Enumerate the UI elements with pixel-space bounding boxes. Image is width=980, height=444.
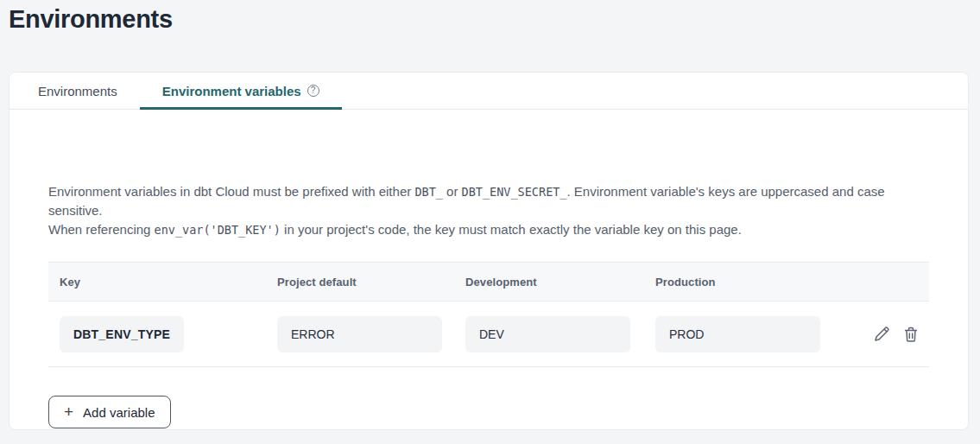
project-default-value: ERROR (277, 316, 442, 352)
description-part: Environment variables in dbt Cloud must … (48, 184, 414, 199)
tab-environments[interactable]: Environments (16, 73, 140, 109)
development-value: DEV (465, 316, 630, 352)
add-variable-button[interactable]: + Add variable (48, 396, 171, 428)
tab-environments-label: Environments (38, 84, 117, 98)
pencil-icon (873, 326, 890, 343)
trash-icon (903, 326, 919, 343)
code-env-var-example: env_var('DBT_KEY') (155, 223, 281, 237)
tab-environment-variables-label: Environment variables (162, 84, 301, 98)
tab-bar: Environments Environment variables ? (9, 73, 968, 110)
cell-project-default: ERROR (266, 316, 454, 352)
environment-variables-card: Environments Environment variables ? Env… (9, 72, 969, 430)
column-header-key: Key (48, 276, 266, 289)
variable-key-badge: DBT_ENV_TYPE (60, 316, 184, 352)
plus-icon: + (64, 403, 73, 420)
description-part: or (443, 184, 462, 199)
production-value: PROD (655, 316, 820, 352)
delete-variable-button[interactable] (903, 326, 919, 343)
code-dbt-env-secret-prefix: DBT_ENV_SECRET_ (462, 185, 567, 199)
description-text: Environment variables in dbt Cloud must … (48, 182, 929, 239)
page-title: Environments (9, 5, 173, 34)
description-part: When referencing (48, 222, 155, 237)
table-header-row: Key Project default Development Producti… (48, 262, 929, 301)
column-header-project-default: Project default (266, 276, 454, 289)
column-header-development: Development (454, 276, 644, 289)
active-tab-underline (140, 107, 342, 110)
edit-variable-button[interactable] (873, 326, 890, 343)
row-actions (834, 326, 929, 343)
tab-environment-variables[interactable]: Environment variables ? (140, 73, 342, 109)
column-header-production: Production (644, 276, 834, 289)
environment-variables-table: Key Project default Development Producti… (48, 262, 929, 367)
help-icon[interactable]: ? (307, 85, 319, 97)
tab-content: Environment variables in dbt Cloud must … (9, 110, 968, 428)
cell-development: DEV (454, 316, 644, 352)
add-variable-label: Add variable (83, 405, 155, 420)
cell-key: DBT_ENV_TYPE (48, 316, 266, 352)
description-part: in your project's code, the key must mat… (281, 222, 742, 237)
code-dbt-prefix: DBT_ (414, 185, 443, 199)
table-row: DBT_ENV_TYPE ERROR DEV PROD (48, 301, 929, 367)
cell-production: PROD (644, 316, 834, 352)
